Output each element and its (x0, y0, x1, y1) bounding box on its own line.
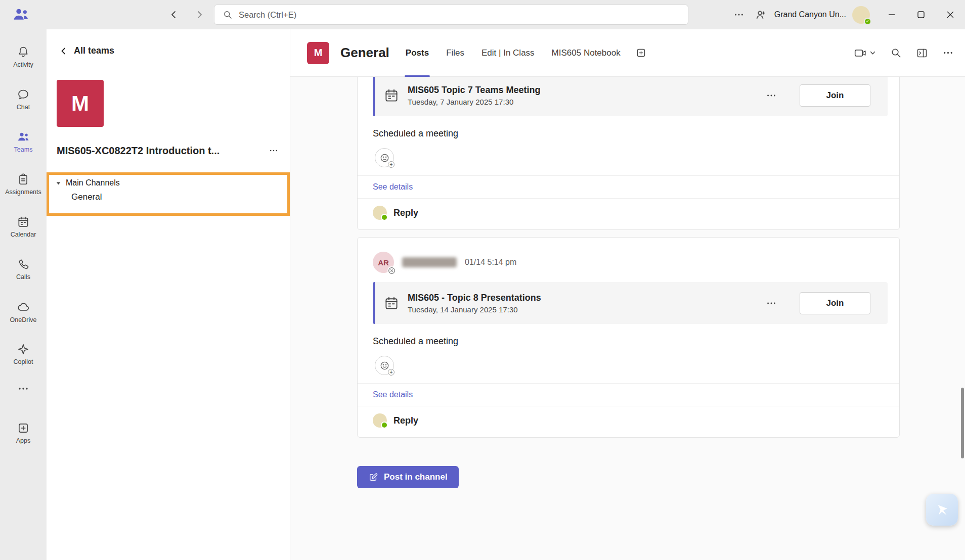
redacted-author-name (402, 257, 457, 267)
meeting-card[interactable]: MIS605 Topic 7 Teams Meeting Tuesday, 7 … (373, 77, 888, 116)
close-button[interactable] (936, 0, 965, 29)
sidebar-channel-general[interactable]: General (49, 188, 287, 202)
scheduled-text: Scheduled a meeting (373, 336, 899, 347)
author-initials: AR (378, 258, 389, 267)
teams-icon (17, 130, 30, 144)
reply-row[interactable]: Reply (358, 199, 899, 229)
post-meeting-topic8: AR 01/14 5:14 pm MIS605 - Topic 8 Presen… (357, 237, 900, 438)
plus-badge-icon: + (388, 369, 394, 376)
org-name[interactable]: Grand Canyon Un... (774, 10, 846, 19)
teams-logo-icon (12, 6, 29, 23)
rail-item-label: Assignments (5, 189, 41, 196)
meeting-card[interactable]: MIS605 - Topic 8 Presentations Tuesday, … (373, 282, 888, 324)
copilot-icon (17, 343, 30, 356)
join-button[interactable]: Join (800, 84, 870, 107)
channel-more-icon[interactable] (942, 47, 954, 59)
rail-item-chat[interactable]: Chat (0, 78, 47, 120)
scrollbar[interactable] (961, 388, 964, 458)
channel-title: General (340, 45, 389, 61)
calendar-icon (17, 215, 30, 228)
reply-avatar (373, 206, 387, 220)
people-icon[interactable] (750, 4, 772, 26)
meeting-calendar-icon (384, 296, 399, 311)
channel-search-icon[interactable] (890, 47, 902, 59)
meeting-calendar-icon (384, 88, 399, 103)
minimize-button[interactable] (877, 0, 906, 29)
rail-item-teams[interactable]: Teams (0, 120, 47, 163)
author-avatar[interactable]: AR (373, 252, 394, 273)
plus-badge-icon: + (388, 161, 394, 168)
titlebar-right: Grand Canyon Un... ✓ (728, 0, 965, 29)
meet-now-button[interactable] (854, 46, 876, 60)
meeting-more-icon[interactable] (763, 87, 780, 104)
chevron-left-icon (60, 47, 68, 55)
rail-item-calls[interactable]: Calls (0, 248, 47, 290)
team-name-row: MIS605-XC0822T2 Introduction t... (57, 144, 281, 158)
tab-edit-in-class[interactable]: Edit | In Class (481, 29, 535, 77)
post-in-channel-button[interactable]: Post in channel (357, 466, 459, 488)
team-more-icon[interactable] (267, 144, 281, 158)
add-reaction-icon[interactable]: + (375, 148, 394, 167)
video-camera-icon (854, 46, 867, 60)
teams-sidebar: All teams M MIS605-XC0822T2 Introduction… (47, 29, 290, 560)
rail-item-label: Copilot (14, 358, 33, 365)
see-details-link[interactable]: See details (358, 176, 413, 198)
maximize-button[interactable] (906, 0, 936, 29)
rail-item-apps[interactable]: Apps (0, 411, 47, 454)
all-teams-back[interactable]: All teams (47, 29, 290, 56)
meeting-title: MIS605 Topic 7 Teams Meeting (408, 85, 540, 96)
post-author-row: AR 01/14 5:14 pm (358, 252, 899, 282)
tab-posts[interactable]: Posts (406, 29, 429, 77)
titlebar-more-icon[interactable] (728, 4, 750, 26)
scheduled-text: Scheduled a meeting (373, 128, 899, 139)
rail-item-copilot[interactable]: Copilot (0, 333, 47, 375)
rail-item-activity[interactable]: Activity (0, 35, 47, 78)
rail-item-onedrive[interactable]: OneDrive (0, 290, 47, 333)
team-name: MIS605-XC0822T2 Introduction t... (57, 145, 261, 157)
meeting-text: MIS605 Topic 7 Teams Meeting Tuesday, 7 … (408, 85, 540, 106)
presence-available-icon: ✓ (864, 18, 871, 25)
tab-mis605-notebook[interactable]: MIS605 Notebook (552, 29, 621, 77)
meeting-time: Tuesday, 7 January 2025 17:30 (408, 98, 540, 106)
meeting-more-icon[interactable] (763, 295, 780, 312)
channel-content: M General Posts Files Edit | In Class MI… (290, 29, 965, 560)
rail-item-label: Apps (16, 437, 31, 444)
add-reaction-icon[interactable]: + (375, 356, 394, 375)
rail-item-label: OneDrive (10, 316, 37, 323)
chevron-down-icon (869, 50, 876, 56)
post-meeting-topic7: MIS605 Topic 7 Teams Meeting Tuesday, 7 … (357, 77, 900, 230)
caret-down-icon (56, 180, 61, 186)
divider (358, 175, 899, 176)
forward-arrow-icon[interactable] (192, 8, 206, 22)
app-rail: Activity Chat Teams Assignments Calendar… (0, 29, 47, 560)
scribe-widget-icon[interactable] (926, 494, 958, 526)
search-input[interactable] (239, 10, 680, 20)
channel-label: General (71, 192, 102, 202)
rail-item-label: Teams (14, 146, 33, 153)
tab-files[interactable]: Files (446, 29, 464, 77)
phone-icon (17, 258, 30, 271)
meeting-title: MIS605 - Topic 8 Presentations (408, 293, 541, 303)
blocked-badge-icon (387, 266, 396, 275)
join-button[interactable]: Join (800, 292, 870, 314)
add-tab-icon[interactable] (636, 48, 646, 58)
rail-more-icon[interactable] (0, 375, 47, 402)
see-details-link[interactable]: See details (358, 384, 413, 406)
rail-item-assignments[interactable]: Assignments (0, 163, 47, 205)
back-arrow-icon[interactable] (167, 8, 181, 22)
rail-item-calendar[interactable]: Calendar (0, 205, 47, 248)
meeting-text: MIS605 - Topic 8 Presentations Tuesday, … (408, 293, 541, 314)
global-search[interactable] (214, 5, 688, 25)
channel-actions (854, 46, 954, 60)
divider (358, 383, 899, 384)
reply-row[interactable]: Reply (358, 406, 899, 437)
main-channels-section[interactable]: Main Channels (49, 175, 287, 188)
open-in-pane-icon[interactable] (916, 47, 928, 59)
reply-label: Reply (393, 415, 418, 426)
search-icon (223, 10, 233, 20)
channel-header: M General Posts Files Edit | In Class MI… (290, 29, 965, 77)
rail-item-label: Calendar (11, 231, 36, 238)
post-timestamp: 01/14 5:14 pm (465, 258, 516, 267)
user-avatar[interactable]: ✓ (852, 6, 870, 24)
team-avatar[interactable]: M (57, 80, 104, 127)
